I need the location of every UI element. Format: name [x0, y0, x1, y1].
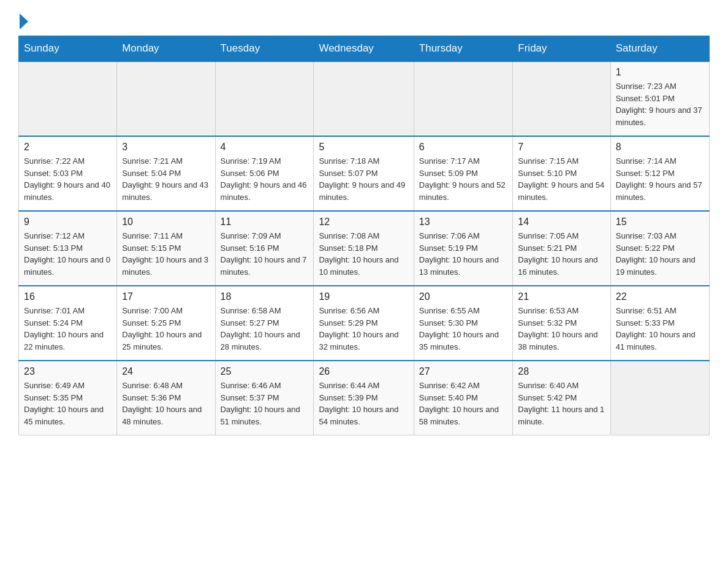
- calendar-cell: 19Sunrise: 6:56 AM Sunset: 5:29 PM Dayli…: [314, 286, 414, 361]
- day-number: 9: [24, 216, 112, 228]
- calendar-cell: 18Sunrise: 6:58 AM Sunset: 5:27 PM Dayli…: [215, 286, 314, 361]
- calendar-cell: 10Sunrise: 7:11 AM Sunset: 5:15 PM Dayli…: [117, 211, 215, 286]
- day-info: Sunrise: 7:01 AM Sunset: 5:24 PM Dayligh…: [24, 305, 112, 353]
- calendar-cell: 12Sunrise: 7:08 AM Sunset: 5:18 PM Dayli…: [314, 211, 414, 286]
- day-info: Sunrise: 6:51 AM Sunset: 5:33 PM Dayligh…: [616, 305, 704, 353]
- day-number: 28: [518, 366, 605, 377]
- day-number: 25: [221, 366, 309, 377]
- calendar-cell: 4Sunrise: 7:19 AM Sunset: 5:06 PM Daylig…: [215, 136, 314, 211]
- calendar-cell: [610, 361, 709, 435]
- day-number: 21: [518, 291, 605, 302]
- day-info: Sunrise: 7:23 AM Sunset: 5:01 PM Dayligh…: [616, 80, 704, 128]
- day-info: Sunrise: 7:18 AM Sunset: 5:07 PM Dayligh…: [319, 155, 408, 203]
- day-info: Sunrise: 6:48 AM Sunset: 5:36 PM Dayligh…: [122, 380, 210, 427]
- calendar-cell: [314, 61, 414, 136]
- day-info: Sunrise: 6:56 AM Sunset: 5:29 PM Dayligh…: [319, 305, 408, 353]
- day-number: 23: [24, 366, 112, 377]
- day-number: 17: [122, 291, 210, 302]
- day-info: Sunrise: 6:44 AM Sunset: 5:39 PM Dayligh…: [319, 380, 408, 427]
- calendar-cell: 1Sunrise: 7:23 AM Sunset: 5:01 PM Daylig…: [610, 61, 709, 136]
- day-number: 7: [518, 142, 605, 153]
- calendar-cell: 2Sunrise: 7:22 AM Sunset: 5:03 PM Daylig…: [19, 136, 117, 211]
- day-number: 14: [518, 216, 605, 228]
- calendar-cell: [513, 61, 610, 136]
- calendar-cell: 28Sunrise: 6:40 AM Sunset: 5:42 PM Dayli…: [513, 361, 610, 435]
- day-number: 5: [319, 142, 408, 153]
- day-info: Sunrise: 7:03 AM Sunset: 5:22 PM Dayligh…: [616, 230, 704, 278]
- weekday-header-friday: Friday: [513, 36, 610, 62]
- day-info: Sunrise: 7:22 AM Sunset: 5:03 PM Dayligh…: [24, 155, 112, 203]
- weekday-header-sunday: Sunday: [19, 36, 117, 62]
- calendar-cell: 7Sunrise: 7:15 AM Sunset: 5:10 PM Daylig…: [513, 136, 610, 211]
- day-number: 18: [221, 291, 309, 302]
- calendar-cell: [19, 61, 117, 136]
- calendar-cell: 22Sunrise: 6:51 AM Sunset: 5:33 PM Dayli…: [610, 286, 709, 361]
- day-number: 8: [616, 142, 704, 153]
- calendar-cell: 16Sunrise: 7:01 AM Sunset: 5:24 PM Dayli…: [19, 286, 117, 361]
- day-info: Sunrise: 6:42 AM Sunset: 5:40 PM Dayligh…: [419, 380, 508, 427]
- weekday-header-monday: Monday: [117, 36, 215, 62]
- calendar-cell: 14Sunrise: 7:05 AM Sunset: 5:21 PM Dayli…: [513, 211, 610, 286]
- calendar-cell: 9Sunrise: 7:12 AM Sunset: 5:13 PM Daylig…: [19, 211, 117, 286]
- page-header: [18, 12, 710, 29]
- day-info: Sunrise: 7:06 AM Sunset: 5:19 PM Dayligh…: [419, 230, 508, 278]
- day-number: 20: [419, 291, 508, 302]
- day-info: Sunrise: 7:14 AM Sunset: 5:12 PM Dayligh…: [616, 155, 704, 203]
- day-info: Sunrise: 7:15 AM Sunset: 5:10 PM Dayligh…: [518, 155, 605, 203]
- day-number: 24: [122, 366, 210, 377]
- day-info: Sunrise: 7:19 AM Sunset: 5:06 PM Dayligh…: [221, 155, 309, 203]
- weekday-header-row: SundayMondayTuesdayWednesdayThursdayFrid…: [19, 36, 710, 62]
- day-info: Sunrise: 6:58 AM Sunset: 5:27 PM Dayligh…: [221, 305, 309, 353]
- calendar-cell: [215, 61, 314, 136]
- weekday-header-wednesday: Wednesday: [314, 36, 414, 62]
- day-number: 16: [24, 291, 112, 302]
- day-info: Sunrise: 6:40 AM Sunset: 5:42 PM Dayligh…: [518, 380, 605, 427]
- calendar-cell: 21Sunrise: 6:53 AM Sunset: 5:32 PM Dayli…: [513, 286, 610, 361]
- calendar-cell: 3Sunrise: 7:21 AM Sunset: 5:04 PM Daylig…: [117, 136, 215, 211]
- day-info: Sunrise: 7:08 AM Sunset: 5:18 PM Dayligh…: [319, 230, 408, 278]
- calendar-cell: 15Sunrise: 7:03 AM Sunset: 5:22 PM Dayli…: [610, 211, 709, 286]
- day-info: Sunrise: 7:00 AM Sunset: 5:25 PM Dayligh…: [122, 305, 210, 353]
- day-number: 19: [319, 291, 408, 302]
- day-number: 12: [319, 216, 408, 228]
- calendar-cell: 25Sunrise: 6:46 AM Sunset: 5:37 PM Dayli…: [215, 361, 314, 435]
- calendar-week-row: 2Sunrise: 7:22 AM Sunset: 5:03 PM Daylig…: [19, 136, 710, 211]
- calendar-week-row: 16Sunrise: 7:01 AM Sunset: 5:24 PM Dayli…: [19, 286, 710, 361]
- day-number: 2: [24, 142, 112, 153]
- calendar-week-row: 9Sunrise: 7:12 AM Sunset: 5:13 PM Daylig…: [19, 211, 710, 286]
- calendar-cell: [414, 61, 513, 136]
- calendar-cell: 8Sunrise: 7:14 AM Sunset: 5:12 PM Daylig…: [610, 136, 709, 211]
- calendar-header: SundayMondayTuesdayWednesdayThursdayFrid…: [19, 36, 710, 62]
- calendar-week-row: 23Sunrise: 6:49 AM Sunset: 5:35 PM Dayli…: [19, 361, 710, 435]
- calendar-cell: 17Sunrise: 7:00 AM Sunset: 5:25 PM Dayli…: [117, 286, 215, 361]
- day-info: Sunrise: 7:12 AM Sunset: 5:13 PM Dayligh…: [24, 230, 112, 278]
- day-number: 10: [122, 216, 210, 228]
- calendar-cell: 24Sunrise: 6:48 AM Sunset: 5:36 PM Dayli…: [117, 361, 215, 435]
- calendar-cell: 27Sunrise: 6:42 AM Sunset: 5:40 PM Dayli…: [414, 361, 513, 435]
- weekday-header-tuesday: Tuesday: [215, 36, 314, 62]
- logo-arrow-icon: [20, 13, 28, 29]
- calendar-cell: 6Sunrise: 7:17 AM Sunset: 5:09 PM Daylig…: [414, 136, 513, 211]
- day-number: 22: [616, 291, 704, 302]
- day-number: 3: [122, 142, 210, 153]
- calendar-cell: 13Sunrise: 7:06 AM Sunset: 5:19 PM Dayli…: [414, 211, 513, 286]
- day-number: 13: [419, 216, 508, 228]
- logo: [18, 12, 28, 29]
- day-info: Sunrise: 7:11 AM Sunset: 5:15 PM Dayligh…: [122, 230, 210, 278]
- weekday-header-thursday: Thursday: [414, 36, 513, 62]
- day-number: 1: [616, 67, 704, 78]
- calendar-cell: [117, 61, 215, 136]
- calendar-table: SundayMondayTuesdayWednesdayThursdayFrid…: [18, 36, 710, 435]
- day-info: Sunrise: 6:49 AM Sunset: 5:35 PM Dayligh…: [24, 380, 112, 427]
- calendar-body: 1Sunrise: 7:23 AM Sunset: 5:01 PM Daylig…: [19, 61, 710, 435]
- calendar-cell: 20Sunrise: 6:55 AM Sunset: 5:30 PM Dayli…: [414, 286, 513, 361]
- day-number: 6: [419, 142, 508, 153]
- day-number: 15: [616, 216, 704, 228]
- day-info: Sunrise: 7:21 AM Sunset: 5:04 PM Dayligh…: [122, 155, 210, 203]
- day-number: 27: [419, 366, 508, 377]
- day-info: Sunrise: 6:55 AM Sunset: 5:30 PM Dayligh…: [419, 305, 508, 353]
- calendar-cell: 5Sunrise: 7:18 AM Sunset: 5:07 PM Daylig…: [314, 136, 414, 211]
- day-info: Sunrise: 7:17 AM Sunset: 5:09 PM Dayligh…: [419, 155, 508, 203]
- day-number: 11: [221, 216, 309, 228]
- calendar-cell: 11Sunrise: 7:09 AM Sunset: 5:16 PM Dayli…: [215, 211, 314, 286]
